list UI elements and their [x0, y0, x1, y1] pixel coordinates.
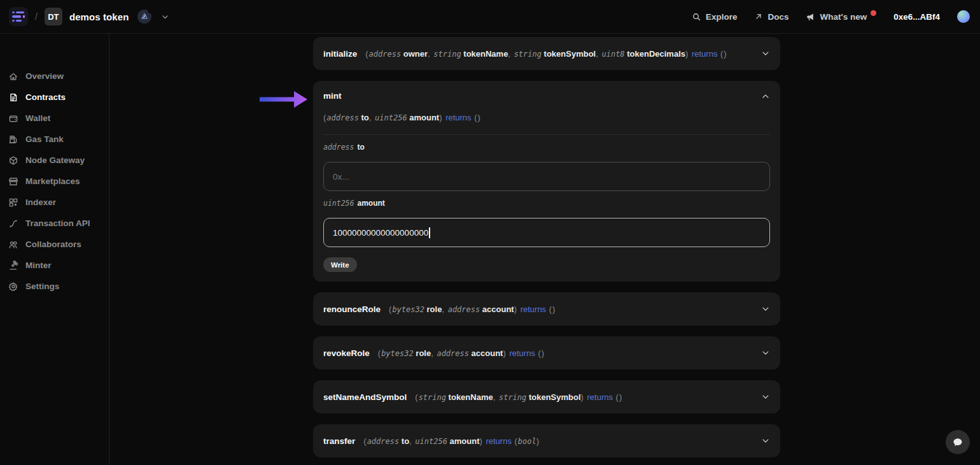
sidebar-item-collaborators[interactable]: Collaborators — [0, 234, 109, 255]
chevron-down-icon[interactable] — [761, 304, 770, 313]
signature-param: to — [399, 436, 409, 446]
function-header-revokerole[interactable]: revokeRole(bytes32 role, address account… — [313, 336, 780, 369]
sidebar-item-label: Settings — [25, 282, 59, 291]
topnav-item-explore[interactable]: Explore — [692, 12, 738, 22]
signature-param: tokenName — [446, 392, 493, 402]
topnav-item-what-s-new[interactable]: What's new — [806, 12, 876, 22]
function-header-transfer[interactable]: transfer(address to, uint256 amount) ret… — [313, 424, 780, 457]
function-panel-mint: mint(address to, uint256 amount) returns… — [313, 81, 780, 282]
sidebar-item-label: Transaction API — [25, 218, 90, 228]
topnav-label: Docs — [767, 12, 788, 22]
home-icon — [8, 71, 18, 82]
megaphone-icon — [806, 12, 815, 22]
to-input[interactable]: 0x... — [323, 162, 770, 191]
signature-type: bytes32 — [381, 349, 414, 358]
function-panel-initialize: initialize(address owner, string tokenNa… — [313, 37, 780, 70]
notification-dot — [871, 10, 876, 16]
signature-punct: () — [472, 113, 481, 122]
app-logo-icon[interactable] — [9, 7, 28, 26]
sidebar-item-gas-tank[interactable]: Gas Tank — [0, 129, 109, 150]
sidebar-item-overview[interactable]: Overview — [0, 66, 109, 87]
signature-punct: ) — [439, 113, 445, 122]
sidebar-item-label: Gas Tank — [25, 134, 64, 144]
sidebar-item-node-gateway[interactable]: Node Gateway — [0, 150, 109, 171]
signature-type: address — [369, 50, 402, 59]
signature-type: string — [499, 393, 526, 402]
chevron-down-icon[interactable] — [161, 13, 169, 21]
signature-returns: returns — [445, 113, 471, 122]
topbar: / DT demos token Explore Docs What's new… — [0, 0, 980, 34]
signature-type: address — [448, 305, 480, 314]
field-type: uint256 — [323, 199, 354, 208]
signature-type: uint256 — [415, 437, 447, 446]
field-name: amount — [357, 199, 384, 208]
storefront-icon — [8, 176, 18, 187]
chevron-down-icon[interactable] — [761, 348, 770, 357]
chevron-down-icon[interactable] — [761, 49, 770, 58]
function-header-mint[interactable]: mint — [323, 81, 770, 101]
signature-punct: , — [409, 436, 415, 446]
sidebar-item-label: Overview — [25, 71, 64, 81]
people-icon — [8, 240, 18, 250]
sidebar-item-transaction-api[interactable]: Transaction API — [0, 213, 109, 234]
sidebar-item-wallet[interactable]: Wallet — [0, 108, 109, 129]
chevron-down-icon[interactable] — [761, 392, 770, 401]
signature-param: role — [424, 304, 442, 314]
avatar[interactable] — [957, 10, 970, 23]
gas-pump-icon — [8, 134, 18, 145]
arrow-up-right-icon — [754, 12, 763, 21]
signature-punct: () — [613, 392, 622, 402]
sidebar-item-marketplaces[interactable]: Marketplaces — [0, 171, 109, 192]
signature-returns: returns — [587, 392, 613, 402]
signature-param: tokenSymbol — [542, 49, 596, 59]
amount-input[interactable]: 10000000000000000000 — [323, 218, 770, 247]
function-name: renounceRole — [323, 304, 381, 314]
function-name: setNameAndSymbol — [323, 392, 407, 402]
search-icon — [692, 12, 701, 22]
function-header-renouncerole[interactable]: renounceRole(bytes32 role, address accou… — [313, 292, 780, 326]
topnav-item-docs[interactable]: Docs — [754, 12, 788, 22]
signature-type: string — [514, 50, 542, 59]
signature-punct: ) — [503, 348, 509, 358]
text-caret — [429, 227, 430, 238]
signature-param: account — [469, 348, 503, 358]
signature-type: address — [326, 113, 359, 122]
signature-type: bool — [518, 437, 536, 446]
function-panel-transfer: transfer(address to, uint256 amount) ret… — [313, 424, 780, 457]
account-address[interactable]: 0xe6...ABf4 — [893, 12, 940, 22]
signature-type: uint256 — [375, 113, 407, 122]
function-signature: (bytes32 role, address account) returns … — [378, 348, 545, 358]
annotation-arrow — [259, 89, 309, 112]
function-header-setnameandsymbol[interactable]: setNameAndSymbol(string tokenName, strin… — [313, 380, 780, 413]
chevron-up-icon[interactable] — [761, 92, 770, 101]
sidebar-item-label: Collaborators — [25, 240, 81, 249]
function-header-initialize[interactable]: initialize(address owner, string tokenNa… — [313, 37, 780, 70]
sidebar-item-settings[interactable]: Settings — [0, 276, 109, 297]
sidebar-item-minter[interactable]: Minter — [0, 255, 109, 276]
sidebar-item-label: Node Gateway — [25, 155, 85, 165]
signature-param: owner — [401, 49, 428, 59]
signature-punct: ) — [536, 436, 540, 446]
signature-param: to — [359, 113, 369, 122]
gear-icon — [8, 282, 18, 292]
function-signature: (bytes32 role, address account) returns … — [389, 304, 556, 314]
sidebar-item-indexer[interactable]: Indexer — [0, 192, 109, 213]
topnav-label: Explore — [706, 12, 738, 22]
sidebar-item-contracts[interactable]: Contracts — [0, 87, 109, 108]
signature-type: string — [433, 50, 461, 59]
signature-type: address — [367, 437, 400, 446]
signature-param: tokenName — [461, 49, 508, 59]
signature-punct: () — [535, 348, 545, 358]
signature-punct: ( — [512, 436, 518, 446]
write-button[interactable]: Write — [323, 257, 357, 272]
chain-badge-icon[interactable] — [137, 10, 151, 24]
topbar-breadcrumb: / DT demos token — [9, 7, 169, 26]
chevron-down-icon[interactable] — [761, 436, 770, 445]
function-panel-revokerole: revokeRole(bytes32 role, address account… — [313, 336, 780, 369]
chat-button[interactable] — [946, 430, 970, 454]
project-name: demos token — [69, 11, 129, 22]
function-name: transfer — [323, 436, 355, 446]
function-name: mint — [323, 91, 342, 101]
field-name: to — [357, 143, 364, 152]
function-name: revokeRole — [323, 348, 370, 358]
